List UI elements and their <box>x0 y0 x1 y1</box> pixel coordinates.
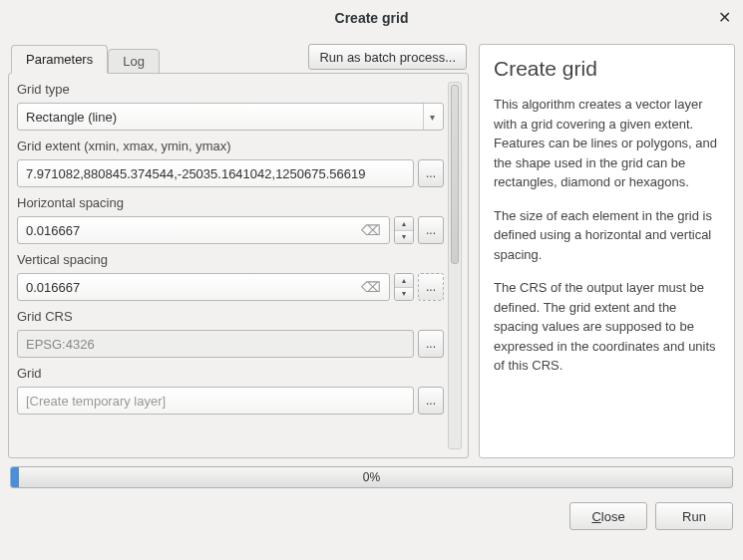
hspacing-spinner[interactable]: ▴ ▾ <box>394 216 414 244</box>
field-hspacing: Horizontal spacing 0.016667 ⌫ ▴ ▾ ... <box>17 195 444 244</box>
left-pane: Parameters Log Run as batch process... G… <box>8 44 469 458</box>
help-paragraph: The size of each element in the grid is … <box>494 206 720 265</box>
spin-down-icon[interactable]: ▾ <box>395 231 413 244</box>
close-button[interactable]: Close <box>569 502 647 530</box>
vspacing-input[interactable]: 0.016667 ⌫ <box>17 273 390 301</box>
chevron-down-icon: ▾ <box>423 104 435 130</box>
field-grid-output: Grid ... <box>17 366 444 415</box>
field-grid-type: Grid type Rectangle (line) ▾ <box>17 82 444 131</box>
help-paragraph: The CRS of the output layer must be defi… <box>494 278 720 376</box>
field-vspacing: Vertical spacing 0.016667 ⌫ ▴ ▾ ... <box>17 252 444 301</box>
grid-type-value: Rectangle (line) <box>26 110 117 125</box>
progress-bar: 0% <box>10 466 733 488</box>
vspacing-spinner[interactable]: ▴ ▾ <box>394 273 414 301</box>
grid-output-label: Grid <box>17 366 444 381</box>
grid-output-input[interactable] <box>17 387 414 415</box>
grid-crs-input[interactable] <box>17 330 414 358</box>
window-title: Create grid <box>335 10 409 26</box>
clear-icon[interactable]: ⌫ <box>361 279 381 295</box>
hspacing-value: 0.016667 <box>26 223 361 238</box>
grid-crs-browse-button[interactable]: ... <box>418 330 444 358</box>
run-button[interactable]: Run <box>655 502 733 530</box>
clear-icon[interactable]: ⌫ <box>361 222 381 238</box>
grid-extent-label: Grid extent (xmin, xmax, ymin, ymax) <box>17 139 444 153</box>
content-area: Parameters Log Run as batch process... G… <box>0 36 743 458</box>
vspacing-label: Vertical spacing <box>17 252 444 267</box>
grid-output-browse-button[interactable]: ... <box>418 387 444 415</box>
grid-crs-label: Grid CRS <box>17 309 444 324</box>
vspacing-options-button[interactable]: ... <box>418 273 444 301</box>
grid-type-select[interactable]: Rectangle (line) ▾ <box>17 103 444 131</box>
progress-area: 0% <box>0 458 743 488</box>
hspacing-input[interactable]: 0.016667 ⌫ <box>17 216 390 244</box>
tab-parameters[interactable]: Parameters <box>11 45 108 74</box>
progress-text: 0% <box>11 467 732 487</box>
grid-extent-browse-button[interactable]: ... <box>418 159 444 187</box>
close-icon[interactable]: ✕ <box>718 8 731 27</box>
spin-down-icon[interactable]: ▾ <box>395 288 413 301</box>
grid-extent-input[interactable] <box>17 159 414 187</box>
spin-up-icon[interactable]: ▴ <box>395 274 413 288</box>
hspacing-options-button[interactable]: ... <box>418 216 444 244</box>
scrollbar-thumb[interactable] <box>451 85 459 264</box>
grid-type-label: Grid type <box>17 82 444 97</box>
hspacing-label: Horizontal spacing <box>17 195 444 210</box>
help-paragraph: This algorithm creates a vector layer wi… <box>494 95 720 192</box>
field-grid-crs: Grid CRS ... <box>17 309 444 358</box>
tab-log[interactable]: Log <box>108 49 160 74</box>
top-row: Parameters Log Run as batch process... <box>8 44 469 74</box>
titlebar: Create grid ✕ <box>0 0 743 36</box>
help-title: Create grid <box>494 57 720 81</box>
dialog-buttons: Close Run <box>0 488 743 540</box>
vspacing-value: 0.016667 <box>26 280 361 295</box>
tabs: Parameters Log <box>11 44 160 74</box>
spin-up-icon[interactable]: ▴ <box>395 217 413 231</box>
run-batch-button[interactable]: Run as batch process... <box>308 44 467 70</box>
scrollbar[interactable] <box>448 82 462 449</box>
parameters-panel: Grid type Rectangle (line) ▾ Grid extent… <box>8 73 469 458</box>
field-grid-extent: Grid extent (xmin, xmax, ymin, ymax) ... <box>17 139 444 187</box>
help-pane: Create grid This algorithm creates a vec… <box>479 44 735 458</box>
form-scroll: Grid type Rectangle (line) ▾ Grid extent… <box>17 82 444 449</box>
